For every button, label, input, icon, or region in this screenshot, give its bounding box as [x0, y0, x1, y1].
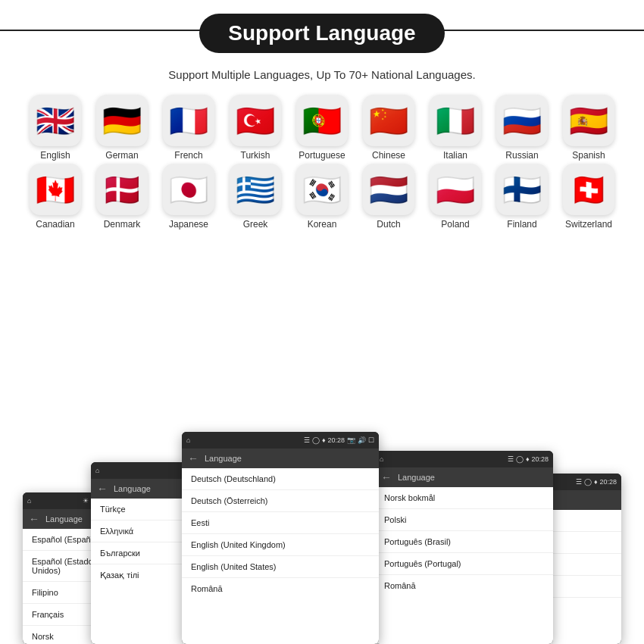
- flag-icon-italian: 🇮🇹: [430, 95, 481, 146]
- flag-item-turkish: 🇹🇷Turkish: [222, 95, 289, 161]
- flag-item-chinese: 🇨🇳Chinese: [355, 95, 422, 161]
- flag-label-portuguese: Portuguese: [299, 150, 345, 161]
- flag-item-spanish: 🇪🇸Spanish: [555, 95, 622, 161]
- flag-icon-switzerland: 🇨🇭: [563, 164, 614, 215]
- flag-icon-korean: 🇰🇷: [296, 164, 348, 215]
- flag-item-portuguese: 🇵🇹Portuguese: [289, 95, 355, 161]
- flag-icon-english: 🇬🇧: [30, 95, 81, 146]
- flag-label-greek: Greek: [243, 219, 268, 230]
- flag-item-switzerland: 🇨🇭Switzerland: [555, 164, 622, 230]
- flag-label-chinese: Chinese: [372, 150, 405, 161]
- flag-label-english: English: [40, 150, 70, 161]
- flag-label-dutch: Dutch: [377, 219, 400, 230]
- flags-row-2: 🇨🇦Canadian🇩🇰Denmark🇯🇵Japanese🇬🇷Greek🇰🇷Ko…: [22, 164, 622, 230]
- flag-icon-greek: 🇬🇷: [230, 164, 281, 215]
- screen-body-4: Norsk bokmålPolskiPortuguês (Brasil)Port…: [375, 487, 553, 644]
- lang-item[interactable]: Polski: [375, 509, 553, 531]
- flag-item-korean: 🇰🇷Korean: [289, 164, 355, 230]
- flag-item-finland: 🇫🇮Finland: [489, 164, 555, 230]
- flag-icon-spanish: 🇪🇸: [563, 95, 614, 146]
- flag-label-french: French: [174, 150, 202, 161]
- lang-item[interactable]: Deutsch (Deutschland): [182, 468, 379, 490]
- subtitle: Support Multiple Languages, Up To 70+ Na…: [168, 68, 475, 81]
- topbar-4: ⌂ ☰◯♦20:28: [375, 451, 553, 467]
- flag-label-turkish: Turkish: [241, 150, 270, 161]
- flag-icon-german: 🇩🇪: [96, 95, 148, 146]
- flag-icon-turkish: 🇹🇷: [230, 95, 281, 146]
- flag-label-japanese: Japanese: [169, 219, 208, 230]
- flag-item-canadian: 🇨🇦Canadian: [22, 164, 89, 230]
- page-title: Support Language: [199, 14, 444, 53]
- flag-icon-chinese: 🇨🇳: [363, 95, 414, 146]
- flag-label-switzerland: Switzerland: [565, 219, 612, 230]
- flag-label-poland: Poland: [441, 219, 469, 230]
- flag-item-german: 🇩🇪German: [89, 95, 155, 161]
- lang-item[interactable]: Norsk bokmål: [375, 487, 553, 509]
- flag-item-dutch: 🇳🇱Dutch: [355, 164, 422, 230]
- flags-section: 🇬🇧English🇩🇪German🇫🇷French🇹🇷Turkish🇵🇹Port…: [0, 95, 644, 233]
- screen-body-3: Deutsch (Deutschland)Deutsch (Österreich…: [182, 468, 379, 644]
- flags-row-1: 🇬🇧English🇩🇪German🇫🇷French🇹🇷Turkish🇵🇹Port…: [22, 95, 622, 161]
- flag-icon-finland: 🇫🇮: [496, 164, 548, 215]
- flag-item-denmark: 🇩🇰Denmark: [89, 164, 155, 230]
- flag-icon-portuguese: 🇵🇹: [296, 95, 348, 146]
- flag-item-french: 🇫🇷French: [155, 95, 222, 161]
- flag-label-finland: Finland: [507, 219, 536, 230]
- lang-item[interactable]: Eesti: [182, 512, 379, 534]
- flag-icon-poland: 🇵🇱: [430, 164, 481, 215]
- flag-label-spanish: Spanish: [572, 150, 605, 161]
- flag-icon-french: 🇫🇷: [163, 95, 214, 146]
- flag-icon-russian: 🇷🇺: [496, 95, 548, 146]
- screens-section: ⌂ ☀★20:28 ← Language Español (España)Esp…: [0, 239, 644, 644]
- lang-item[interactable]: Română: [182, 578, 379, 599]
- lang-item[interactable]: Português (Portugal): [375, 553, 553, 575]
- flag-item-russian: 🇷🇺Russian: [489, 95, 555, 161]
- header-bar: Support Language: [0, 0, 644, 61]
- page-wrapper: Support Language Support Multiple Langua…: [0, 0, 644, 644]
- phone-screen-3: ⌂ ☰◯♦20:28📷🔊☐ ← Language Deutsch (Deutsc…: [182, 432, 379, 644]
- flag-label-italian: Italian: [443, 150, 467, 161]
- flag-item-english: 🇬🇧English: [22, 95, 89, 161]
- lang-item[interactable]: Português (Brasil): [375, 531, 553, 553]
- lang-item[interactable]: English (United States): [182, 556, 379, 578]
- flag-icon-dutch: 🇳🇱: [363, 164, 414, 215]
- flag-label-russian: Russian: [505, 150, 538, 161]
- actionbar-4: ← Language: [375, 467, 553, 487]
- flag-label-korean: Korean: [308, 219, 337, 230]
- flag-item-italian: 🇮🇹Italian: [422, 95, 489, 161]
- flag-label-denmark: Denmark: [104, 219, 141, 230]
- flag-item-japanese: 🇯🇵Japanese: [155, 164, 222, 230]
- lang-item[interactable]: Deutsch (Österreich): [182, 490, 379, 512]
- flag-label-canadian: Canadian: [36, 219, 74, 230]
- actionbar-3: ← Language: [182, 449, 379, 468]
- lang-item[interactable]: English (United Kingdom): [182, 534, 379, 556]
- flag-icon-canadian: 🇨🇦: [30, 164, 81, 215]
- flag-item-greek: 🇬🇷Greek: [222, 164, 289, 230]
- flag-icon-japanese: 🇯🇵: [163, 164, 214, 215]
- topbar-3: ⌂ ☰◯♦20:28📷🔊☐: [182, 432, 379, 449]
- flag-icon-denmark: 🇩🇰: [96, 164, 148, 215]
- flag-item-poland: 🇵🇱Poland: [422, 164, 489, 230]
- flag-label-german: German: [105, 150, 138, 161]
- lang-item[interactable]: Română: [375, 575, 553, 596]
- phone-screen-4: ⌂ ☰◯♦20:28 ← Language Norsk bokmålPolski…: [375, 451, 553, 644]
